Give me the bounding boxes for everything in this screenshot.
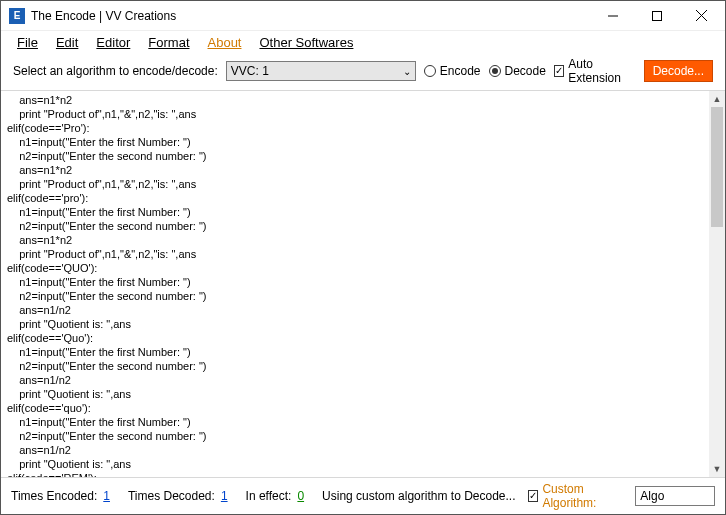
- menubar: File Edit Editor Format About Other Soft…: [1, 31, 725, 54]
- scrollbar-track[interactable]: [709, 107, 725, 461]
- scrollbar-thumb[interactable]: [711, 107, 723, 227]
- scroll-down-icon[interactable]: ▼: [709, 461, 725, 477]
- minimize-button[interactable]: [591, 1, 635, 31]
- algorithm-select-value: VVC: 1: [231, 64, 269, 78]
- code-content[interactable]: ans=n1*n2 print "Product of",n1,"&",n2,"…: [1, 91, 725, 478]
- auto-extension-label: Auto Extension: [568, 57, 635, 85]
- algorithm-select-label: Select an algorithm to encode/decode:: [13, 64, 218, 78]
- scroll-up-icon[interactable]: ▲: [709, 91, 725, 107]
- times-decoded-label: Times Decoded:: [128, 489, 215, 503]
- menu-other-softwares[interactable]: Other Softwares: [259, 35, 353, 50]
- toolbar: Select an algorithm to encode/decode: VV…: [1, 54, 725, 91]
- decode-button[interactable]: Decode...: [644, 60, 713, 82]
- decode-radio-label: Decode: [505, 64, 546, 78]
- app-icon: E: [9, 8, 25, 24]
- decode-radio[interactable]: Decode: [489, 64, 546, 78]
- titlebar: E The Encode | VV Creations: [1, 1, 725, 31]
- status-message: Using custom algorithm to Decode...: [322, 489, 515, 503]
- code-editor[interactable]: ans=n1*n2 print "Product of",n1,"&",n2,"…: [1, 91, 725, 478]
- svg-rect-1: [653, 11, 662, 20]
- custom-algorithm-input[interactable]: Algo: [635, 486, 715, 506]
- algorithm-select[interactable]: VVC: 1 ⌄: [226, 61, 416, 81]
- custom-algorithm-input-value: Algo: [640, 489, 664, 503]
- times-encoded-label: Times Encoded:: [11, 489, 97, 503]
- auto-extension-checkbox[interactable]: ✓Auto Extension: [554, 57, 636, 85]
- menu-editor[interactable]: Editor: [96, 35, 130, 50]
- close-button[interactable]: [679, 1, 723, 31]
- window-title: The Encode | VV Creations: [31, 9, 591, 23]
- maximize-button[interactable]: [635, 1, 679, 31]
- times-encoded-value: 1: [103, 489, 110, 503]
- vertical-scrollbar[interactable]: ▲ ▼: [709, 91, 725, 477]
- encode-radio[interactable]: Encode: [424, 64, 481, 78]
- in-effect-value: 0: [297, 489, 304, 503]
- statusbar: Times Encoded: 1 Times Decoded: 1 In eff…: [1, 478, 725, 514]
- custom-algorithm-label: Custom Algorithm:: [542, 482, 629, 510]
- in-effect-label: In effect:: [246, 489, 292, 503]
- window-controls: [591, 1, 723, 31]
- encode-radio-label: Encode: [440, 64, 481, 78]
- chevron-down-icon: ⌄: [403, 66, 411, 77]
- times-decoded-value: 1: [221, 489, 228, 503]
- menu-about[interactable]: About: [208, 35, 242, 50]
- custom-algorithm-checkbox[interactable]: ✓Custom Algorithm:: [528, 482, 630, 510]
- menu-format[interactable]: Format: [148, 35, 189, 50]
- menu-file[interactable]: File: [17, 35, 38, 50]
- menu-edit[interactable]: Edit: [56, 35, 78, 50]
